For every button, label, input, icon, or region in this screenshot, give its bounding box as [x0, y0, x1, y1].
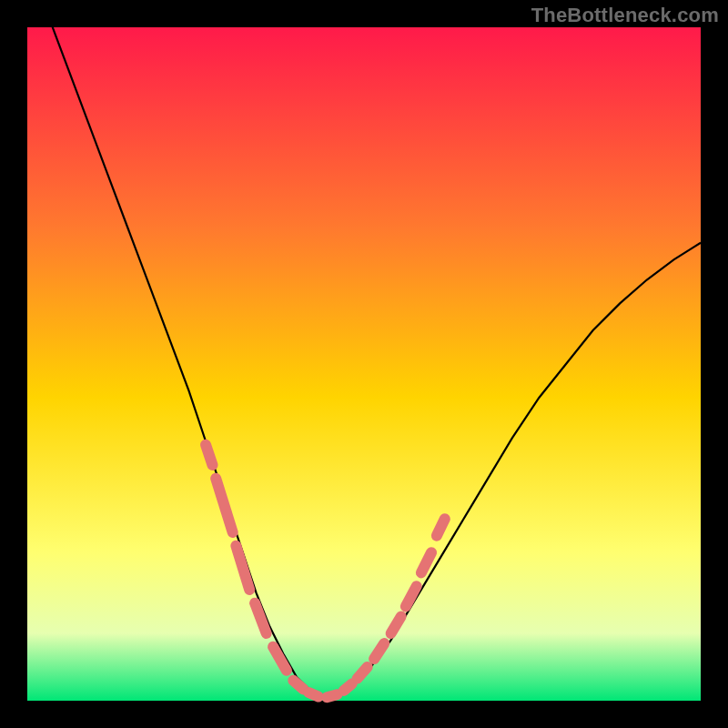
highlight-dash — [358, 667, 368, 679]
highlight-dash — [437, 519, 445, 536]
highlight-dash — [344, 684, 352, 691]
watermark-label: TheBottleneck.com — [531, 4, 719, 27]
plot-background — [27, 27, 701, 701]
highlight-dash — [308, 693, 318, 697]
highlight-dash — [327, 694, 337, 697]
highlight-dash — [206, 445, 212, 465]
highlight-dash — [293, 681, 303, 690]
bottleneck-chart — [0, 0, 728, 728]
chart-frame: TheBottleneck.com — [0, 0, 728, 728]
